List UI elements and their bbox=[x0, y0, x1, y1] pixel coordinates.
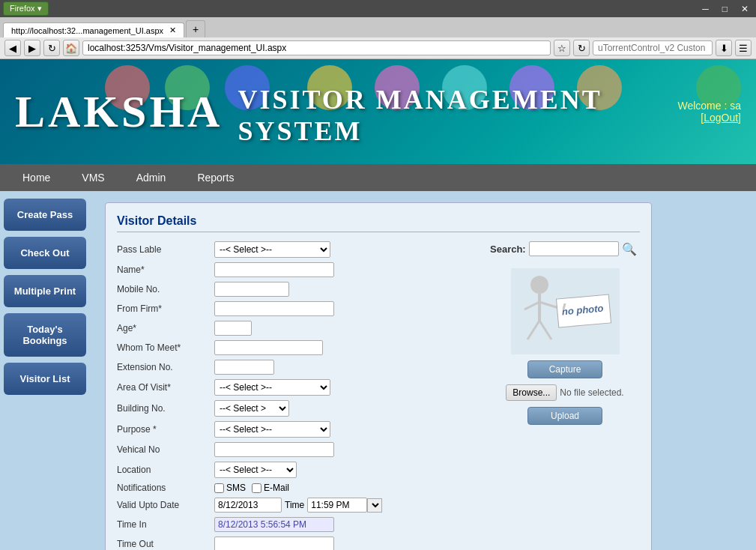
form-body: Pass Lable --< Select >-- Name* Mobile N… bbox=[117, 241, 640, 550]
search-label: Search: bbox=[490, 244, 526, 255]
notification-options: SMS E-Mail bbox=[214, 483, 289, 493]
time-out-label: Time Out bbox=[117, 539, 214, 549]
nav-vms[interactable]: VMS bbox=[67, 164, 119, 191]
time-text-label: Time bbox=[285, 500, 304, 510]
form-fields: Pass Lable --< Select >-- Name* Mobile N… bbox=[117, 241, 475, 550]
location-label: Location bbox=[117, 465, 214, 475]
photo-panel: Search: 🔍 bbox=[490, 241, 640, 550]
email-checkbox-label[interactable]: E-Mail bbox=[252, 483, 289, 493]
area-select[interactable]: --< Select >-- bbox=[214, 379, 330, 396]
ext-label: Extension No. bbox=[117, 362, 214, 372]
purpose-select[interactable]: --< Select >-- bbox=[214, 421, 330, 438]
purpose-label: Purpose * bbox=[117, 424, 214, 435]
close-button[interactable]: ✕ bbox=[737, 2, 753, 16]
upload-button[interactable]: Upload bbox=[527, 407, 602, 425]
time-in-label: Time In bbox=[117, 519, 214, 530]
firm-label: From Firm* bbox=[117, 303, 214, 314]
app-header: LAKSHA VISITOR MANAGEMENT SYSTEM Welcome… bbox=[0, 59, 756, 164]
browse-button[interactable]: Browse... bbox=[506, 384, 557, 401]
valid-date-row: Valid Upto Date Time ▾ bbox=[117, 498, 475, 513]
vehicle-input[interactable] bbox=[214, 442, 334, 457]
maximize-button[interactable]: □ bbox=[718, 2, 732, 16]
address-bar[interactable] bbox=[82, 40, 551, 55]
browser-search-input[interactable] bbox=[593, 40, 713, 55]
mobile-label: Mobile No. bbox=[117, 284, 214, 294]
active-tab[interactable]: http://localhost:32...management_UI.aspx… bbox=[3, 22, 184, 37]
whom-row: Whom To Meet* bbox=[117, 340, 475, 355]
multiple-print-button[interactable]: Multiple Print bbox=[4, 275, 86, 307]
search-icon[interactable]: 🔍 bbox=[622, 242, 637, 256]
firm-input[interactable] bbox=[214, 301, 334, 316]
browse-row: Browse... No file selected. bbox=[506, 384, 623, 401]
download-button[interactable]: ⬇ bbox=[716, 40, 732, 56]
firefox-button[interactable]: Firefox ▾ bbox=[3, 1, 49, 16]
back-button[interactable]: ◀ bbox=[4, 40, 21, 56]
valid-time-input[interactable] bbox=[307, 498, 367, 513]
nav-admin[interactable]: Admin bbox=[121, 164, 181, 191]
bookmark-star[interactable]: ☆ bbox=[554, 40, 570, 56]
valid-date-label: Valid Upto Date bbox=[117, 500, 214, 510]
logout-link[interactable]: [LogOut] bbox=[677, 112, 741, 124]
location-row: Location --< Select >-- bbox=[117, 462, 475, 478]
pass-label-select[interactable]: --< Select >-- bbox=[214, 241, 330, 258]
photo-display: no photo bbox=[511, 268, 620, 354]
app-title: VISITOR MANAGEMENT SYSTEM bbox=[238, 84, 677, 147]
reload-button[interactable]: ↻ bbox=[43, 40, 60, 56]
time-out-row: Time Out bbox=[117, 537, 475, 550]
time-in-input[interactable] bbox=[214, 517, 334, 532]
todays-bookings-button[interactable]: Today's Bookings bbox=[4, 313, 86, 357]
sms-checkbox[interactable] bbox=[214, 483, 224, 493]
pass-label-row: Pass Lable --< Select >-- bbox=[117, 241, 475, 258]
app-logo: LAKSHA bbox=[15, 86, 223, 138]
new-tab-button[interactable]: + bbox=[186, 20, 205, 37]
email-checkbox[interactable] bbox=[252, 483, 261, 493]
mobile-row: Mobile No. bbox=[117, 282, 475, 297]
file-name-label: No file selected. bbox=[560, 387, 623, 398]
notifications-label: Notifications bbox=[117, 483, 214, 493]
valid-date-input[interactable] bbox=[214, 498, 282, 513]
whom-label: Whom To Meet* bbox=[117, 342, 214, 353]
menu-button[interactable]: ☰ bbox=[735, 40, 752, 56]
name-input[interactable] bbox=[214, 262, 334, 277]
photo-svg: no photo bbox=[511, 268, 620, 354]
notifications-row: Notifications SMS E-Mail bbox=[117, 483, 475, 493]
visitor-list-button[interactable]: Visitor List bbox=[4, 363, 86, 395]
mobile-input[interactable] bbox=[214, 282, 289, 297]
sms-label: SMS bbox=[226, 483, 246, 493]
location-select[interactable]: --< Select >-- bbox=[214, 462, 297, 478]
content-area: Visitor Details Pass Lable --< Select >-… bbox=[94, 191, 756, 550]
name-label: Name* bbox=[117, 265, 214, 275]
whom-input[interactable] bbox=[214, 340, 323, 355]
ext-input[interactable] bbox=[214, 360, 274, 375]
minimize-button[interactable]: ─ bbox=[698, 2, 713, 16]
pass-label-label: Pass Lable bbox=[117, 244, 214, 255]
main-layout: Create Pass Check Out Multiple Print Tod… bbox=[0, 191, 756, 550]
building-select[interactable]: --< Select > bbox=[214, 400, 289, 417]
area-label: Area Of Visit* bbox=[117, 382, 214, 393]
building-label: Building No. bbox=[117, 403, 214, 414]
email-label: E-Mail bbox=[264, 483, 289, 493]
search-input[interactable] bbox=[529, 241, 619, 256]
nav-home[interactable]: Home bbox=[7, 164, 65, 191]
refresh-btn2[interactable]: ↻ bbox=[573, 40, 590, 56]
forward-button[interactable]: ▶ bbox=[24, 40, 40, 56]
home-button[interactable]: 🏠 bbox=[63, 40, 79, 56]
name-row: Name* bbox=[117, 262, 475, 277]
create-pass-button[interactable]: Create Pass bbox=[4, 199, 86, 231]
check-out-button[interactable]: Check Out bbox=[4, 237, 86, 269]
purpose-row: Purpose * --< Select >-- bbox=[117, 421, 475, 438]
time-ampm-select[interactable]: ▾ bbox=[367, 498, 382, 513]
capture-button[interactable]: Capture bbox=[527, 360, 602, 378]
age-input[interactable] bbox=[214, 321, 252, 336]
sms-checkbox-label[interactable]: SMS bbox=[214, 483, 246, 493]
browser-titlebar: Firefox ▾ ─ □ ✕ bbox=[0, 0, 756, 17]
header-user-info: Welcome : sa [LogOut] bbox=[677, 100, 741, 124]
vehicle-row: Vehical No bbox=[117, 442, 475, 457]
time-out-input[interactable] bbox=[214, 537, 334, 550]
nav-reports[interactable]: Reports bbox=[182, 164, 249, 191]
age-row: Age* bbox=[117, 321, 475, 336]
browser-chrome: Firefox ▾ ─ □ ✕ http://localhost:32...ma… bbox=[0, 0, 756, 59]
search-row: Search: 🔍 bbox=[490, 241, 640, 256]
tab-close-icon[interactable]: ✕ bbox=[169, 25, 176, 35]
tab-title: http://localhost:32...management_UI.aspx bbox=[11, 26, 163, 35]
